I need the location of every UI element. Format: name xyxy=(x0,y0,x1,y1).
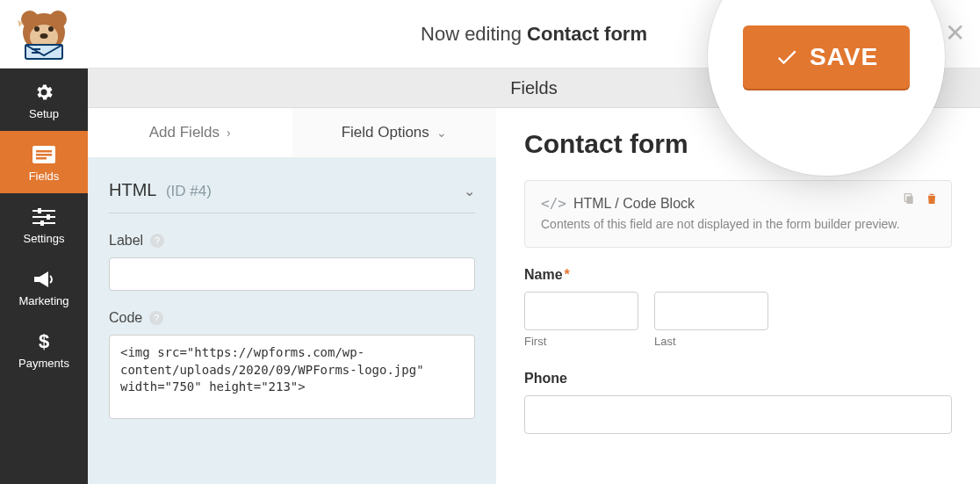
svg-rect-12 xyxy=(36,154,52,156)
svg-rect-19 xyxy=(40,220,44,226)
sliders-icon xyxy=(4,206,84,228)
svg-rect-8 xyxy=(32,48,40,50)
svg-rect-13 xyxy=(36,157,47,160)
first-name-input[interactable] xyxy=(524,292,638,330)
label-input[interactable] xyxy=(109,257,475,291)
tab-field-options[interactable]: Field Options ⌄ xyxy=(292,108,497,157)
svg-rect-15 xyxy=(32,216,55,218)
required-star: * xyxy=(565,267,570,282)
fields-icon xyxy=(4,143,84,166)
chevron-down-icon: ⌄ xyxy=(436,126,447,140)
first-caption: First xyxy=(524,335,638,348)
form-name: Contact form xyxy=(527,23,647,45)
sidebar-item-marketing[interactable]: Marketing xyxy=(0,256,88,318)
tab-label: Add Fields xyxy=(149,124,220,141)
preview-html-block[interactable]: </> HTML / Code Block Contents of this f… xyxy=(524,180,952,248)
label-caption: Label ? xyxy=(109,233,475,249)
svg-rect-21 xyxy=(906,196,912,204)
svg-rect-14 xyxy=(32,210,55,212)
svg-rect-17 xyxy=(38,208,41,213)
editing-prefix: Now editing xyxy=(421,23,522,45)
close-button[interactable]: ✕ xyxy=(941,19,968,46)
svg-rect-11 xyxy=(36,150,52,153)
chevron-right-icon: › xyxy=(227,126,231,140)
chevron-down-icon: ⌄ xyxy=(464,183,475,199)
svg-text:$: $ xyxy=(39,330,49,352)
phone-input[interactable] xyxy=(524,395,952,434)
tab-label: Field Options xyxy=(342,124,429,141)
sidebar: Setup Fields Settings Marketing $ Paymen… xyxy=(0,69,88,484)
sidebar-item-settings[interactable]: Settings xyxy=(0,193,88,256)
megaphone-icon xyxy=(4,268,84,291)
sidebar-item-label: Marketing xyxy=(4,294,84,307)
field-type-heading: HTML xyxy=(109,180,156,199)
preview-panel: Contact form </> HTML / Code Block xyxy=(496,108,980,484)
panel-tabs: Add Fields › Field Options ⌄ xyxy=(88,108,496,157)
help-icon[interactable]: ? xyxy=(150,234,164,248)
svg-point-4 xyxy=(34,26,40,32)
svg-point-5 xyxy=(48,26,54,32)
svg-point-6 xyxy=(40,33,48,39)
last-name-input[interactable] xyxy=(654,292,768,330)
close-icon: ✕ xyxy=(945,18,965,47)
sidebar-item-label: Settings xyxy=(4,232,84,245)
options-header[interactable]: HTML (ID #4) ⌄ xyxy=(109,180,475,213)
sidebar-item-label: Fields xyxy=(4,170,84,183)
duplicate-icon[interactable] xyxy=(902,191,916,209)
last-caption: Last xyxy=(654,335,768,348)
tab-add-fields[interactable]: Add Fields › xyxy=(88,108,292,157)
sidebar-item-fields[interactable]: Fields xyxy=(0,131,88,193)
code-caption: Code ? xyxy=(109,310,475,326)
left-panel: Add Fields › Field Options ⌄ HTML (ID #4… xyxy=(88,108,496,484)
code-textarea[interactable]: <img src="https://wpforms.com/wp-content… xyxy=(109,335,475,419)
phone-label: Phone xyxy=(524,371,952,386)
sidebar-item-payments[interactable]: $ Payments xyxy=(0,318,88,380)
gear-icon xyxy=(4,81,84,104)
name-label: Name xyxy=(524,267,563,282)
logo xyxy=(0,0,88,69)
html-block-note: Contents of this field are not displayed… xyxy=(541,217,935,231)
svg-rect-7 xyxy=(25,45,62,59)
check-icon xyxy=(775,45,799,69)
sidebar-item-label: Setup xyxy=(4,107,84,120)
preview-name-field[interactable]: Name* First Last xyxy=(524,267,952,348)
save-label: SAVE xyxy=(810,43,878,71)
svg-rect-9 xyxy=(32,52,40,54)
save-button[interactable]: SAVE xyxy=(743,25,910,89)
dollar-icon: $ xyxy=(4,330,84,353)
html-block-title: HTML / Code Block xyxy=(573,196,695,212)
field-id: (ID #4) xyxy=(166,183,212,199)
sidebar-item-label: Payments xyxy=(4,357,84,370)
sidebar-item-setup[interactable]: Setup xyxy=(0,69,88,131)
help-icon[interactable]: ? xyxy=(149,311,163,325)
code-icon: </> xyxy=(541,195,566,212)
preview-phone-field[interactable]: Phone xyxy=(524,371,952,434)
svg-rect-18 xyxy=(47,214,50,220)
trash-icon[interactable] xyxy=(925,191,939,209)
